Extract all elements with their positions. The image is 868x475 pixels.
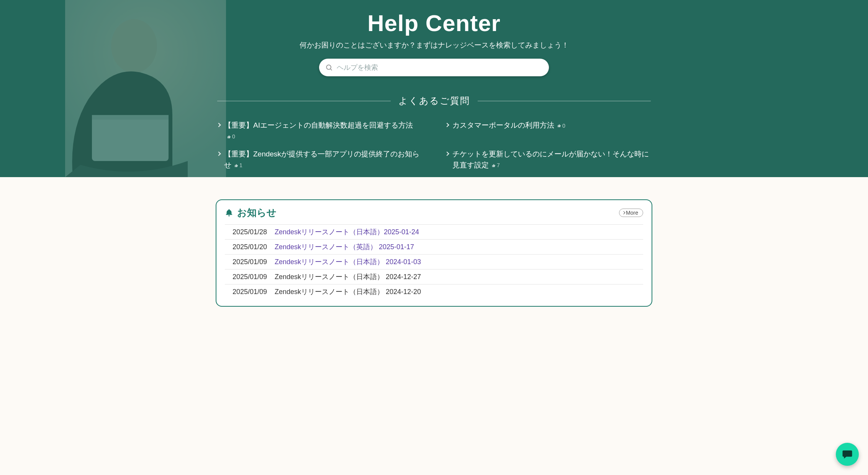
faq-heading-row: よくあるご質問 — [217, 95, 651, 107]
faq-item[interactable]: 【重要】AIエージェントの自動解決数超過を回避する方法0 — [217, 120, 423, 142]
search-input[interactable] — [333, 64, 543, 72]
faq-link[interactable]: チケットを更新しているのにメールが届かない！そんな時に見直す設定 — [452, 150, 649, 169]
news-date: 2025/01/09 — [233, 258, 275, 266]
news-heading: お知らせ — [237, 206, 277, 219]
search-box[interactable] — [319, 59, 549, 76]
svg-rect-2 — [92, 115, 169, 161]
search-icon — [325, 64, 333, 71]
svg-rect-0 — [65, 0, 226, 177]
faq-item-body: チケットを更新しているのにメールが届かない！そんな時に見直す設定7 — [452, 149, 651, 171]
news-date: 2025/01/28 — [233, 228, 275, 236]
news-row: 2025/01/09Zendeskリリースノート（日本語） 2024-01-03 — [225, 254, 643, 269]
news-link[interactable]: Zendeskリリースノート（日本語）2025-01-24 — [275, 227, 419, 237]
faq-link[interactable]: 【重要】Zendeskが提供する一部アプリの提供終了のお知らせ — [224, 150, 419, 169]
faq-heading: よくあるご質問 — [398, 95, 470, 107]
svg-line-5 — [331, 69, 332, 71]
divider — [217, 101, 391, 101]
news-link[interactable]: Zendeskリリースノート（日本語） 2024-01-03 — [275, 257, 421, 266]
faq-link[interactable]: カスタマーポータルの利用方法 — [452, 121, 554, 129]
chat-icon — [842, 449, 853, 460]
faq-link[interactable]: 【重要】AIエージェントの自動解決数超過を回避する方法 — [224, 121, 413, 129]
faq-vote-count: 0 — [557, 122, 565, 130]
thumbs-up-icon — [557, 124, 561, 128]
page-subtitle: 何かお困りのことはございますか？まずはナレッジベースを検索してみましょう！ — [216, 40, 652, 50]
faq-vote-count: 1 — [234, 161, 242, 169]
chevron-right-icon — [622, 211, 625, 214]
thumbs-up-icon — [227, 135, 231, 139]
faq-section: よくあるご質問 【重要】AIエージェントの自動解決数超過を回避する方法0カスタマ… — [216, 95, 652, 177]
news-row: 2025/01/09Zendeskリリースノート（日本語） 2024-12-20 — [225, 284, 643, 299]
news-row: 2025/01/28Zendeskリリースノート（日本語）2025-01-24 — [225, 224, 643, 239]
svg-rect-3 — [92, 115, 169, 120]
chevron-right-icon — [445, 123, 449, 127]
chat-launcher-button[interactable] — [836, 443, 859, 466]
divider — [478, 101, 651, 101]
chevron-right-icon — [216, 151, 221, 156]
page-title: Help Center — [216, 10, 652, 36]
news-link[interactable]: Zendeskリリースノート（日本語） 2024-12-27 — [275, 272, 421, 281]
faq-item[interactable]: チケットを更新しているのにメールが届かない！そんな時に見直す設定7 — [445, 149, 651, 171]
faq-item[interactable]: 【重要】Zendeskが提供する一部アプリの提供終了のお知らせ1 — [217, 149, 423, 171]
faq-item-body: カスタマーポータルの利用方法0 — [452, 120, 565, 131]
thumbs-up-icon — [492, 164, 496, 168]
news-date: 2025/01/09 — [233, 273, 275, 281]
faq-item[interactable]: カスタマーポータルの利用方法0 — [445, 120, 651, 142]
news-date: 2025/01/20 — [233, 243, 275, 251]
svg-point-4 — [326, 65, 331, 69]
faq-vote-count: 0 — [227, 133, 235, 141]
news-date: 2025/01/09 — [233, 288, 275, 296]
news-row: 2025/01/09Zendeskリリースノート（日本語） 2024-12-27 — [225, 269, 643, 284]
more-button[interactable]: More — [619, 209, 643, 217]
news-link[interactable]: Zendeskリリースノート（日本語） 2024-12-20 — [275, 287, 421, 296]
hero-background-image — [65, 0, 226, 177]
bell-icon — [225, 209, 233, 217]
thumbs-up-icon — [234, 164, 238, 168]
news-link[interactable]: Zendeskリリースノート（英語） 2025-01-17 — [275, 242, 414, 251]
more-button-label: More — [626, 210, 638, 216]
chevron-right-icon — [445, 151, 449, 156]
faq-item-body: 【重要】AIエージェントの自動解決数超過を回避する方法0 — [224, 120, 423, 142]
hero-section: Help Center 何かお困りのことはございますか？まずはナレッジベースを検… — [0, 0, 868, 177]
chevron-right-icon — [216, 123, 221, 127]
news-row: 2025/01/20Zendeskリリースノート（英語） 2025-01-17 — [225, 239, 643, 254]
faq-item-body: 【重要】Zendeskが提供する一部アプリの提供終了のお知らせ1 — [224, 149, 423, 171]
news-card: お知らせ More 2025/01/28Zendeskリリースノート（日本語）2… — [216, 199, 652, 307]
faq-vote-count: 7 — [492, 161, 500, 169]
svg-point-1 — [111, 19, 157, 73]
